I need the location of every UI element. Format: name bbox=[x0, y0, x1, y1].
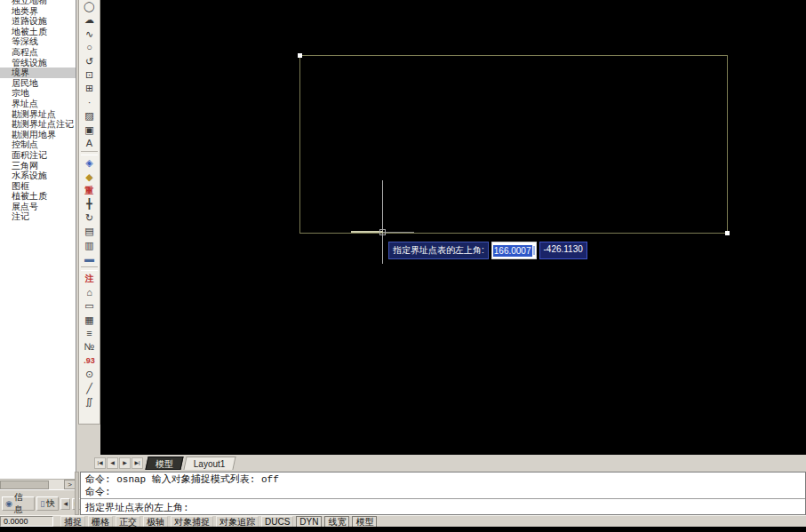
table-icon[interactable]: ▦ bbox=[80, 314, 99, 327]
toggle-snap[interactable]: 捕捉 bbox=[60, 516, 85, 528]
draw-toolbar: ◯ ☁ ∿ ○ ↺ ⊡ ⊞ · ▨ ▣ A ◈ ◆ 重 ╋ ↻ ▤ ▥ ▬ 注 … bbox=[78, 0, 100, 425]
footer-strip bbox=[0, 527, 806, 532]
toggle-ducs[interactable]: DUCS bbox=[261, 516, 293, 528]
tab-quick-label: 快 bbox=[46, 497, 55, 510]
feature-list-panel: 独立地物 地类界 道路设施 地被土质 等深线 高程点 管线设施 境界 居民地 宗… bbox=[0, 0, 76, 490]
mtext-icon[interactable]: A bbox=[80, 137, 99, 150]
image-icon[interactable]: ▣ bbox=[80, 123, 99, 137]
feature-item[interactable]: 居民地 bbox=[0, 78, 76, 89]
layout-tab-row: |◀ ◀ ▶ ▶| 模型 Layout1 bbox=[80, 455, 806, 471]
spline-icon[interactable]: ∿ bbox=[80, 28, 99, 41]
toggle-otrack[interactable]: 对象追踪 bbox=[216, 516, 259, 528]
feature-item[interactable]: 图框 bbox=[0, 181, 76, 192]
feature-item[interactable]: 植被土质 bbox=[0, 191, 76, 202]
toggle-ortho[interactable]: 正交 bbox=[116, 516, 140, 528]
feature-item[interactable]: 勘测界址点 bbox=[0, 109, 76, 120]
tab-model-label: 模型 bbox=[156, 458, 173, 470]
tab-scroll-left-icon[interactable]: ◀ bbox=[60, 498, 70, 510]
feature-item[interactable]: 管线设施 bbox=[0, 58, 76, 68]
drawing-canvas[interactable]: 指定界址点表的左上角: 166.0007 -426.1130 bbox=[100, 0, 806, 455]
coordinate-display: 0.0000 bbox=[0, 516, 53, 527]
squiggle-icon[interactable]: ∬ bbox=[80, 395, 99, 409]
text-caret bbox=[533, 246, 535, 255]
feature-item[interactable]: 独立地物 bbox=[0, 0, 76, 6]
linetype-bar-icon[interactable]: ▬ bbox=[80, 252, 99, 266]
panel-horizontal-scrollbar[interactable]: > bbox=[0, 479, 76, 489]
toggle-polar[interactable]: 极轴 bbox=[143, 516, 168, 528]
feature-item[interactable]: 道路设施 bbox=[0, 16, 76, 27]
polygon-icon[interactable]: ⌂ bbox=[80, 286, 99, 299]
line-icon[interactable]: ╱ bbox=[80, 382, 99, 395]
ellipse-arc-icon[interactable]: ↺ bbox=[80, 55, 99, 68]
dynamic-input-y-field[interactable]: -426.1130 bbox=[539, 242, 587, 259]
feature-item[interactable]: 勘测用地界 bbox=[0, 130, 76, 140]
command-history-line: 命令: bbox=[85, 486, 801, 498]
command-input[interactable]: 指定界址点表的左上角: bbox=[81, 499, 805, 516]
feature-item[interactable]: 等深线 bbox=[0, 36, 76, 47]
char-zhong-icon[interactable]: 重 bbox=[80, 184, 99, 197]
dynamic-input-prompt: 指定界址点表的左上角: bbox=[388, 242, 489, 259]
rotate-icon[interactable]: ↻ bbox=[80, 211, 99, 225]
tab-layout1-label: Layout1 bbox=[194, 458, 226, 470]
feature-item[interactable]: 水系设施 bbox=[0, 171, 76, 181]
tab-layout1[interactable]: Layout1 bbox=[183, 457, 235, 470]
feature-item[interactable]: 面积注记 bbox=[0, 150, 76, 161]
grip-top-left[interactable] bbox=[298, 53, 302, 58]
toolbar-separator bbox=[81, 266, 98, 271]
tab-model[interactable]: 模型 bbox=[145, 457, 183, 470]
rectangle-icon[interactable]: ▭ bbox=[80, 299, 99, 313]
feature-item[interactable]: 宗地 bbox=[0, 88, 76, 99]
tab-info-label: 信息 bbox=[14, 491, 32, 516]
toggle-lineweight[interactable]: 线宽 bbox=[324, 516, 349, 528]
array-icon[interactable]: ▤ bbox=[80, 225, 99, 238]
feature-item[interactable]: 地被土质 bbox=[0, 27, 76, 37]
palette-tab-row: ◉ 信息 ▯ 快 ◀ ▶ bbox=[0, 493, 82, 514]
feature-item[interactable]: 注记 bbox=[0, 211, 76, 222]
feature-item[interactable]: 展点号 bbox=[0, 202, 76, 212]
toggle-model[interactable]: 模型 bbox=[352, 516, 377, 528]
circle-icon[interactable]: ◯ bbox=[80, 0, 99, 13]
grip-bottom-right[interactable] bbox=[725, 231, 730, 235]
feature-item[interactable]: 界址点 bbox=[0, 99, 76, 109]
insert-block-icon[interactable]: ⊡ bbox=[80, 68, 99, 82]
command-history-line: 命令: osnap 输入对象捕捉模式列表: off bbox=[85, 473, 801, 486]
revcloud-icon[interactable]: ☁ bbox=[80, 13, 99, 27]
feature-item[interactable]: 地类界 bbox=[0, 6, 76, 17]
command-window[interactable]: 命令: osnap 输入对象捕捉模式列表: off 命令: 指定界址点表的左上角… bbox=[80, 472, 806, 515]
diamond-yellow-icon[interactable]: ◆ bbox=[80, 171, 99, 184]
tab-last-icon[interactable]: ▶| bbox=[132, 457, 143, 469]
tab-prev-icon[interactable]: ◀ bbox=[107, 457, 118, 469]
x-value: 166.0007 bbox=[493, 245, 532, 257]
list-icon[interactable]: ≡ bbox=[80, 327, 99, 340]
point-label-icon[interactable]: .93 bbox=[80, 354, 99, 368]
pickbox bbox=[379, 229, 386, 235]
boundary-rectangle[interactable] bbox=[299, 55, 728, 234]
feature-item[interactable]: 高程点 bbox=[0, 47, 76, 58]
tab-next-icon[interactable]: ▶ bbox=[119, 457, 131, 469]
toggle-grid[interactable]: 栅格 bbox=[88, 516, 113, 528]
command-window-grip[interactable] bbox=[75, 472, 79, 515]
diamond-blue-icon[interactable]: ◈ bbox=[80, 156, 99, 170]
tab-quick[interactable]: ▯ 快 bbox=[36, 496, 59, 511]
move-icon[interactable]: ╋ bbox=[80, 197, 99, 210]
command-history: 命令: osnap 输入对象捕捉模式列表: off 命令: bbox=[81, 472, 805, 499]
hatch-icon[interactable]: ▨ bbox=[80, 109, 99, 123]
tab-info[interactable]: ◉ 信息 bbox=[2, 496, 35, 511]
feature-item-selected[interactable]: 境界 bbox=[0, 67, 76, 78]
feature-item[interactable]: 控制点 bbox=[0, 139, 76, 150]
info-icon: ◉ bbox=[5, 499, 12, 508]
feature-item[interactable]: 勘测界址点注记 bbox=[0, 119, 76, 130]
feature-item[interactable]: 三角网 bbox=[0, 161, 76, 171]
tab-first-icon[interactable]: |◀ bbox=[94, 457, 106, 469]
dynamic-input-x-field[interactable]: 166.0007 bbox=[491, 242, 537, 259]
ellipse-icon[interactable]: ○ bbox=[80, 41, 99, 54]
cells-icon[interactable]: ▥ bbox=[80, 239, 99, 252]
char-zhu-icon[interactable]: 注 bbox=[80, 272, 99, 285]
make-block-icon[interactable]: ⊞ bbox=[80, 82, 99, 95]
point-icon[interactable]: · bbox=[80, 96, 99, 109]
scrollbar-thumb[interactable] bbox=[0, 480, 49, 489]
number-icon[interactable]: № bbox=[80, 340, 99, 353]
donut-icon[interactable]: ⊙ bbox=[80, 368, 99, 381]
toggle-dyn[interactable]: DYN bbox=[296, 516, 322, 528]
toggle-osnap[interactable]: 对象捕捉 bbox=[171, 516, 213, 528]
